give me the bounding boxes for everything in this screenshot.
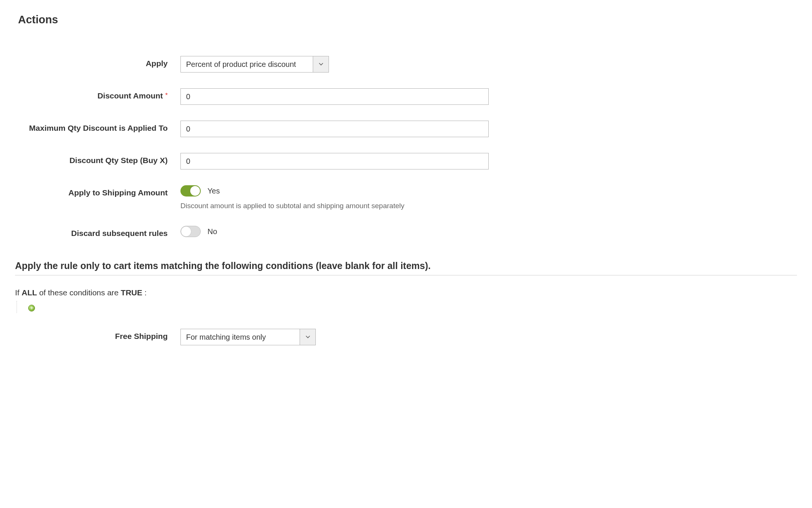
condition-aggregator[interactable]: ALL (22, 288, 37, 297)
row-max-qty: Maximum Qty Discount is Applied To (15, 121, 797, 137)
row-free-shipping: Free Shipping For matching items only (15, 329, 797, 345)
free-shipping-select-value: For matching items only (181, 329, 300, 345)
chevron-down-icon (313, 56, 329, 72)
label-qty-step: Discount Qty Step (Buy X) (15, 153, 180, 165)
condition-value[interactable]: TRUE (121, 288, 142, 297)
label-apply-shipping: Apply to Shipping Amount (15, 185, 180, 197)
label-discount-amount: Discount Amount* (15, 88, 180, 100)
add-condition-button[interactable] (28, 305, 35, 311)
apply-shipping-help: Discount amount is applied to subtotal a… (180, 202, 489, 210)
label-free-shipping: Free Shipping (15, 329, 180, 341)
conditions-heading: Apply the rule only to cart items matchi… (15, 260, 797, 271)
label-apply: Apply (15, 56, 180, 68)
row-qty-step: Discount Qty Step (Buy X) (15, 153, 797, 169)
add-condition-container (17, 301, 797, 313)
divider (15, 275, 797, 275)
label-discard-rules: Discard subsequent rules (15, 226, 180, 238)
chevron-down-icon (300, 329, 315, 345)
section-title: Actions (18, 14, 797, 26)
discard-rules-toggle-label: No (208, 227, 217, 236)
row-apply-shipping: Apply to Shipping Amount Yes Discount am… (15, 185, 797, 210)
apply-shipping-toggle-label: Yes (208, 187, 220, 195)
condition-expression: If ALL of these conditions are TRUE : (15, 288, 797, 297)
apply-shipping-toggle[interactable] (180, 185, 201, 197)
discount-amount-input[interactable] (180, 88, 489, 105)
required-asterisk-icon: * (165, 92, 168, 99)
qty-step-input[interactable] (180, 153, 489, 169)
discard-rules-toggle[interactable] (180, 226, 201, 237)
label-max-qty: Maximum Qty Discount is Applied To (15, 121, 180, 133)
max-qty-input[interactable] (180, 121, 489, 137)
free-shipping-select[interactable]: For matching items only (180, 329, 316, 345)
apply-select[interactable]: Percent of product price discount (180, 56, 329, 73)
apply-select-value: Percent of product price discount (181, 56, 313, 72)
row-discount-amount: Discount Amount* (15, 88, 797, 105)
row-apply: Apply Percent of product price discount (15, 56, 797, 73)
row-discard-rules: Discard subsequent rules No (15, 226, 797, 238)
